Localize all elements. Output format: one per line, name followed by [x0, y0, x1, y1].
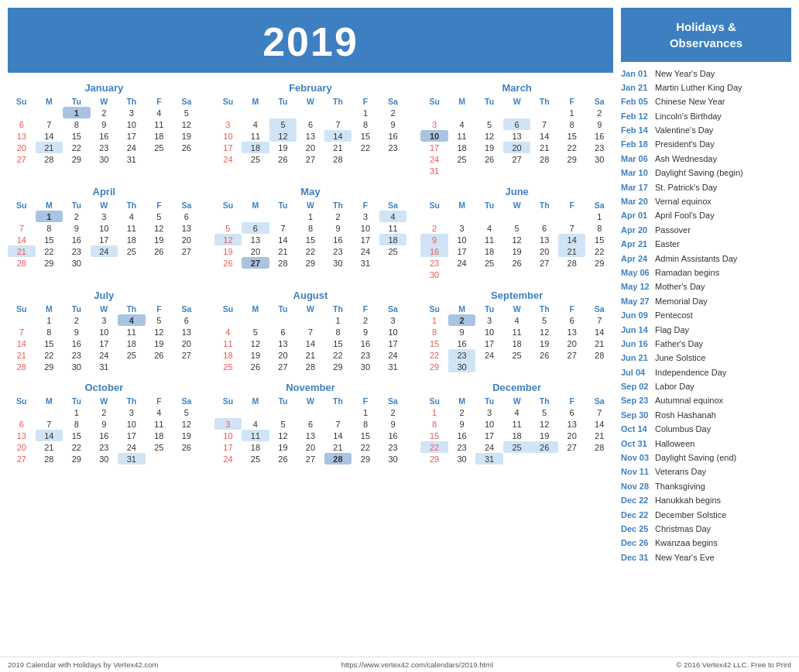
month-title-august: August: [214, 290, 407, 301]
holiday-item: Feb 14Valentine's Day: [621, 124, 791, 138]
month-september: September SuMTuWThFSa 1234567 8910111213…: [420, 290, 613, 372]
holiday-name: Columbus Day: [655, 423, 711, 435]
holiday-item: Apr 20Passover: [621, 223, 791, 237]
holiday-name: Veterans Day: [655, 466, 706, 478]
holiday-item: Jun 14Flag Day: [621, 323, 791, 337]
sidebar: Holidays &Observances Jan 01New Year's D…: [621, 8, 791, 646]
holiday-item: Apr 24Admin Assistants Day: [621, 252, 791, 266]
holiday-name: St. Patrick's Day: [655, 182, 717, 194]
holiday-name: Easter: [655, 238, 680, 250]
holiday-name: April Fool's Day: [655, 210, 715, 221]
holiday-date: Sep 30: [621, 410, 650, 421]
footer-right: © 2016 Vertex42 LLC. Free to Print: [676, 660, 791, 669]
month-may: May SuMTuWThFSa 1234 567891011 121314151…: [214, 186, 407, 280]
holiday-date: Dec 26: [621, 537, 650, 549]
holiday-name: Admin Assistants Day: [655, 253, 737, 265]
holiday-name: June Solstice: [655, 352, 705, 364]
holiday-item: Oct 14Columbus Day: [621, 423, 791, 437]
holiday-name: Ramadan begins: [655, 267, 719, 279]
holiday-name: Pentecost: [655, 310, 693, 321]
holiday-name: Lincoln's Birthday: [655, 111, 722, 122]
holiday-name: New Year's Eve: [655, 552, 715, 564]
holiday-date: Feb 12: [621, 111, 650, 122]
holiday-date: Jun 09: [621, 310, 650, 321]
holiday-item: Jan 21Martin Luther King Day: [621, 81, 791, 94]
holiday-item: Jun 16Father's Day: [621, 337, 791, 351]
holiday-date: May 27: [621, 296, 650, 307]
month-title-july: July: [8, 290, 201, 301]
holiday-item: Mar 06Ash Wednesday: [621, 152, 791, 166]
month-december: December SuMTuWThFSa 1234567 89101112131…: [420, 382, 613, 465]
holiday-name: Hanukkah begins: [655, 495, 721, 506]
holiday-date: Feb 05: [621, 96, 650, 108]
holiday-name: President's Day: [655, 139, 715, 150]
holiday-date: Feb 14: [621, 125, 650, 136]
holiday-list: Jan 01New Year's DayJan 21Martin Luther …: [621, 67, 791, 565]
holiday-name: Daylight Saving (begin): [655, 167, 743, 179]
holiday-name: Mother's Day: [655, 281, 705, 293]
month-october: October SuMTuWThFSa 12345 6789101112 131…: [8, 382, 201, 465]
month-april: April SuMTuWThFSa 123456 78910111213 141…: [8, 186, 201, 280]
holiday-name: Labor Day: [655, 381, 694, 393]
sidebar-header: Holidays &Observances: [621, 8, 791, 62]
holiday-name: Christmas Day: [655, 523, 711, 535]
holiday-name: Vernal equinox: [655, 196, 712, 207]
holiday-date: Oct 14: [621, 423, 650, 435]
holiday-name: Thanksgiving: [655, 481, 705, 492]
holiday-date: Jan 21: [621, 82, 650, 94]
holiday-item: Dec 22December Solstice: [621, 508, 791, 522]
holiday-name: Independence Day: [655, 367, 726, 379]
holiday-date: Jul 04: [621, 367, 650, 379]
holiday-name: Father's Day: [655, 338, 703, 350]
holiday-item: May 06Ramadan begins: [621, 266, 791, 279]
holiday-item: May 27Memorial Day: [621, 294, 791, 308]
holiday-item: Jan 01New Year's Day: [621, 67, 791, 81]
holiday-name: Halloween: [655, 438, 694, 450]
holiday-item: Dec 22Hanukkah begins: [621, 494, 791, 508]
holiday-name: Daylight Saving (end): [655, 452, 736, 464]
holiday-item: Feb 05Chinese New Year: [621, 95, 791, 109]
holiday-date: Dec 22: [621, 509, 650, 521]
holiday-item: Sep 23Autumnal equinox: [621, 394, 791, 408]
holiday-name: Memorial Day: [655, 296, 708, 307]
month-june: June SuMTuWThFSa 1 2345678 9101112131415…: [420, 186, 613, 280]
holiday-item: Sep 30Rosh Hashanah: [621, 408, 791, 422]
holiday-item: Feb 12Lincoln's Birthday: [621, 109, 791, 123]
holiday-item: Oct 31Halloween: [621, 437, 791, 451]
month-title-december: December: [420, 382, 613, 393]
holiday-item: Nov 11Veterans Day: [621, 465, 791, 479]
holiday-date: Jun 14: [621, 324, 650, 336]
holiday-name: Valentine's Day: [655, 125, 713, 136]
month-title-november: November: [214, 382, 407, 393]
holiday-item: Jun 09Pentecost: [621, 309, 791, 323]
year-header: 2019: [8, 8, 613, 73]
footer-center: https://www.vertex42.com/calendars/2019.…: [341, 660, 493, 669]
holiday-date: Mar 06: [621, 153, 650, 165]
holiday-date: Apr 01: [621, 210, 650, 221]
holiday-date: Apr 20: [621, 225, 650, 236]
holiday-date: Jun 16: [621, 338, 650, 350]
holiday-item: Sep 02Labor Day: [621, 380, 791, 394]
month-february: February SuMTuWThFSa 12 3456789 10111213…: [214, 82, 407, 177]
holiday-date: Mar 10: [621, 167, 650, 179]
holiday-date: Nov 03: [621, 452, 650, 464]
holiday-item: Mar 10Daylight Saving (begin): [621, 166, 791, 180]
footer-left: 2019 Calendar with Holidays by Vertex42.…: [8, 660, 158, 669]
holiday-date: Mar 20: [621, 196, 650, 207]
holiday-date: Apr 24: [621, 253, 650, 265]
holiday-date: Oct 31: [621, 438, 650, 450]
holiday-item: Mar 17St. Patrick's Day: [621, 180, 791, 194]
month-title-april: April: [8, 186, 201, 197]
calendar-section: 2019 January SuMTuWThFSa 12345 678910111…: [8, 8, 613, 646]
month-january: January SuMTuWThFSa 12345 6789101112 131…: [8, 82, 201, 177]
holiday-item: Dec 31New Year's Eve: [621, 550, 791, 564]
holiday-name: Ash Wednesday: [655, 153, 717, 165]
holiday-date: Jan 01: [621, 68, 650, 80]
holiday-item: Mar 20Vernal equinox: [621, 195, 791, 209]
month-july: July SuMTuWThFSa 123456 78910111213 1415…: [8, 290, 201, 372]
holiday-item: May 12Mother's Day: [621, 280, 791, 294]
holiday-item: Apr 21Easter: [621, 238, 791, 252]
holiday-date: Dec 22: [621, 495, 650, 506]
holiday-name: Rosh Hashanah: [655, 410, 716, 421]
month-november: November SuMTuWThFSa 12 3456789 10111213…: [214, 382, 407, 465]
